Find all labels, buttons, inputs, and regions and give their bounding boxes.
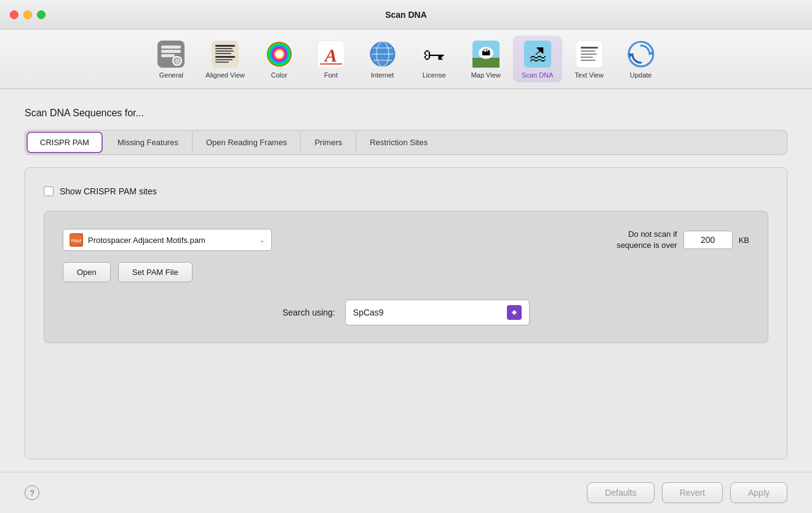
pam-buttons-row: Open Set PAM File [63,262,749,282]
search-label: Search using: [282,308,335,317]
pam-file-selector[interactable]: PAM Protospacer Adjacent Motifs.pam ⌄ [63,229,272,251]
svg-text:🏔: 🏔 [482,47,490,57]
open-button[interactable]: Open [63,262,111,282]
toolbar-label-map-view: Map View [471,71,501,79]
pam-dropdown-arrow: ⌄ [259,236,265,244]
internet-icon [368,39,397,69]
svg-marker-43 [512,312,517,315]
toolbar-item-scan-dna[interactable]: 🏖 Scan DNA [513,36,562,82]
license-icon: 🗝 [420,39,449,69]
scan-limit-unit: KB [739,236,749,245]
toolbar-item-text-view[interactable]: Text View [565,36,614,82]
toolbar-item-aligned-view[interactable]: Aligned View [198,36,252,82]
svg-rect-7 [215,45,235,47]
svg-rect-3 [161,54,175,57]
svg-rect-35 [581,57,593,58]
update-icon [626,39,656,69]
toolbar-label-font: Font [324,71,338,79]
search-select-value: SpCas9 [353,308,507,317]
toolbar-label-aligned-view: Aligned View [205,71,244,79]
toolbar-label-general: General [159,71,183,79]
svg-rect-1 [161,46,181,49]
tab-primers[interactable]: Primers [301,132,356,153]
close-button[interactable] [10,10,18,19]
svg-rect-26 [472,58,500,68]
search-select[interactable]: SpCas9 [345,300,530,325]
apply-button[interactable]: Apply [730,482,787,503]
svg-rect-12 [215,59,233,60]
scan-limit-section: Do not scan if sequence is over KB [616,229,749,251]
svg-rect-2 [161,50,181,53]
toolbar-label-license: License [423,71,446,79]
svg-rect-11 [215,56,235,58]
bottom-bar: ? Defaults Revert Apply [0,472,812,513]
crispr-pam-panel: Show CRISPR PAM sites PAM Protospacer Ad… [25,167,787,459]
main-content: Scan DNA Sequences for... CRISPR PAM Mis… [0,89,812,472]
svg-text:⚙: ⚙ [175,58,180,65]
help-button[interactable]: ? [25,485,39,500]
toolbar-label-color: Color [271,71,287,79]
minimize-button[interactable] [23,10,32,19]
section-title: Scan DNA Sequences for... [25,108,787,119]
search-select-arrows [507,305,522,320]
svg-rect-34 [581,54,597,55]
scan-dna-icon: 🏖 [523,39,552,69]
tab-open-reading-frames[interactable]: Open Reading Frames [193,132,301,153]
toolbar-item-license[interactable]: 🗝 License [410,36,459,82]
traffic-lights [10,10,46,19]
font-icon: A [316,39,346,69]
toolbar-item-map-view[interactable]: 🏔 Map View [461,36,511,82]
maximize-button[interactable] [37,10,46,19]
toolbar-label-update: Update [630,71,651,79]
svg-rect-33 [581,50,595,52]
svg-text:🗝: 🗝 [423,42,445,68]
svg-marker-42 [512,310,517,312]
toolbar-item-internet[interactable]: Internet [358,36,407,82]
svg-rect-8 [215,48,233,49]
pam-row: PAM Protospacer Adjacent Motifs.pam ⌄ Do… [63,229,749,251]
map-view-icon: 🏔 [471,39,501,69]
aligned-view-icon [210,39,240,69]
defaults-button[interactable]: Defaults [587,482,654,503]
toolbar-label-internet: Internet [371,71,394,79]
svg-rect-10 [215,53,231,54]
inner-panel: PAM Protospacer Adjacent Motifs.pam ⌄ Do… [44,211,768,343]
svg-rect-13 [215,62,229,63]
scan-limit-input[interactable] [683,231,733,249]
general-icon: ⚙ [156,39,186,69]
tab-bar: CRISPR PAM Missing Features Open Reading… [25,130,787,155]
show-crispr-checkbox[interactable] [44,186,54,196]
toolbar: ⚙ General Aligned View [0,30,812,89]
svg-text:PAM: PAM [71,238,82,244]
toolbar-item-general[interactable]: ⚙ General [146,36,196,82]
tab-crispr-pam[interactable]: CRISPR PAM [26,132,103,153]
toolbar-item-update[interactable]: Update [616,36,666,82]
title-bar: Scan DNA [0,0,812,30]
color-icon [265,39,294,69]
scan-limit-label: Do not scan if sequence is over [616,229,677,251]
pam-file-icon: PAM [70,233,83,247]
tab-missing-features[interactable]: Missing Features [104,132,193,153]
revert-button[interactable]: Revert [662,482,723,503]
svg-text:A: A [324,45,337,65]
toolbar-label-scan-dna: Scan DNA [522,71,553,79]
svg-rect-36 [581,60,595,61]
bottom-actions: Defaults Revert Apply [587,482,787,503]
window-title: Scan DNA [385,10,427,20]
tab-restriction-sites[interactable]: Restriction Sites [356,132,441,153]
svg-text:🏖: 🏖 [529,45,546,64]
svg-rect-32 [581,47,598,49]
toolbar-label-text-view: Text View [575,71,603,79]
pam-file-name: Protospacer Adjacent Motifs.pam [88,236,254,245]
toolbar-item-color[interactable]: Color [255,36,304,82]
show-crispr-label: Show CRISPR PAM sites [60,186,157,196]
text-view-icon [575,39,604,69]
set-pam-file-button[interactable]: Set PAM File [118,262,193,282]
show-crispr-row: Show CRISPR PAM sites [44,186,768,196]
svg-rect-9 [215,50,234,52]
svg-point-15 [276,50,283,58]
search-row: Search using: SpCas9 [63,300,749,325]
toolbar-item-font[interactable]: A Font [306,36,356,82]
